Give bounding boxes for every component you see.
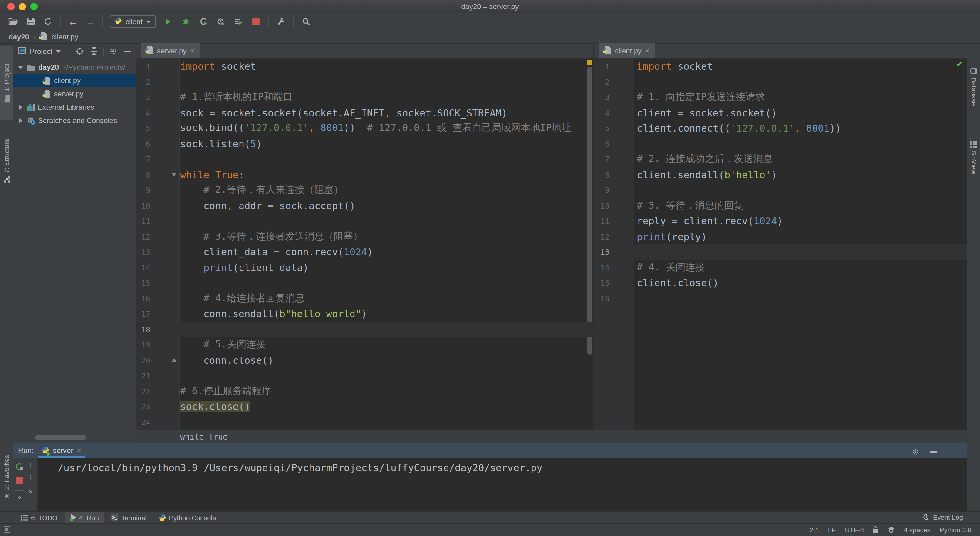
line-number[interactable]: 4 <box>137 108 150 118</box>
code-line-6[interactable]: 6 <box>594 136 967 151</box>
code-line-8[interactable]: 8client.sendall(b'hello') <box>594 167 967 183</box>
code-line-14[interactable]: 14 print(client_data) <box>137 260 593 275</box>
save-all-icon[interactable] <box>25 16 36 27</box>
stripe-button-2-favorites[interactable]: ★2: Favorites <box>0 444 13 511</box>
concurrency-diagram-button[interactable] <box>233 16 244 27</box>
code-line-16[interactable]: 16 # 4.给连接者回复消息 <box>137 291 593 306</box>
code-line-3[interactable]: 3# 1.监听本机的IP和端口 <box>137 90 593 105</box>
code-line-7[interactable]: 7 <box>137 151 593 167</box>
line-number[interactable]: 22 <box>137 387 150 396</box>
file-encoding[interactable]: UTF-8 <box>845 526 864 534</box>
code-line-18[interactable]: 18 <box>137 322 593 337</box>
line-separator[interactable]: LF <box>828 526 836 534</box>
more-actions-icon[interactable]: » <box>17 494 21 501</box>
down-stack-icon[interactable]: ↓ <box>29 472 33 480</box>
line-number[interactable]: 8 <box>137 170 150 180</box>
chevron-collapsed-icon[interactable] <box>17 105 24 110</box>
code-line-11[interactable]: 11 <box>137 213 593 229</box>
tool-window-button-python-console[interactable]: Python Console <box>154 511 221 523</box>
editor-client-py[interactable]: 1import socket23# 1. 向指定IP发送连接请求4client … <box>594 59 967 430</box>
code-line-15[interactable]: 15client.close() <box>594 275 967 291</box>
code-line-12[interactable]: 12print(reply) <box>594 229 967 244</box>
fold-marker-icon[interactable] <box>172 172 177 176</box>
run-settings-gear-icon[interactable] <box>910 446 921 457</box>
tree-item-day20[interactable]: day20~/PycharmProjects/ <box>13 60 136 74</box>
line-number[interactable]: 23 <box>137 402 150 411</box>
chevron-down-icon[interactable] <box>56 50 61 52</box>
horizontal-scrollbar[interactable] <box>35 435 86 440</box>
stop-process-icon[interactable] <box>14 476 25 486</box>
more-actions-icon[interactable]: » <box>29 488 32 495</box>
search-everywhere-icon[interactable] <box>300 16 311 27</box>
code-line-16[interactable]: 16 <box>594 291 967 306</box>
line-number[interactable]: 21 <box>137 371 150 380</box>
line-number[interactable]: 1 <box>594 62 609 71</box>
line-number[interactable]: 14 <box>594 263 609 272</box>
tree-item-client-py[interactable]: client.py <box>13 74 136 87</box>
close-icon[interactable]: × <box>77 447 81 454</box>
code-line-9[interactable]: 9 # 2.等待，有人来连接（阻塞） <box>137 183 593 198</box>
line-number[interactable]: 7 <box>137 155 150 164</box>
indent-setting[interactable]: 4 spaces <box>904 526 931 534</box>
code-line-14[interactable]: 14# 4. 关闭连接 <box>594 260 967 275</box>
code-line-19[interactable]: 19 # 5.关闭连接 <box>137 337 593 353</box>
code-line-17[interactable]: 17 conn.sendall(b"hello world") <box>137 306 593 322</box>
code-line-10[interactable]: 10 conn, addr = sock.accept() <box>137 198 593 213</box>
line-number[interactable]: 6 <box>137 140 150 149</box>
stripe-button-1-project[interactable]: 1: Project <box>0 46 13 120</box>
run-tab-server[interactable]: server × <box>37 443 86 458</box>
stripe-button-7-structure[interactable]: 7: Structure <box>0 124 13 198</box>
line-number[interactable]: 2 <box>594 78 609 87</box>
stop-button[interactable] <box>250 16 261 27</box>
line-number[interactable]: 11 <box>594 217 609 226</box>
code-line-3[interactable]: 3# 1. 向指定IP发送连接请求 <box>594 90 967 105</box>
code-line-9[interactable]: 9 <box>594 183 967 198</box>
code-line-5[interactable]: 5client.connect(('127.0.0.1', 8001)) <box>594 121 967 136</box>
lock-icon[interactable] <box>873 526 879 534</box>
line-number[interactable]: 9 <box>594 186 609 195</box>
code-line-1[interactable]: 1import socket <box>594 59 967 74</box>
code-line-7[interactable]: 7# 2. 连接成功之后，发送消息 <box>594 151 967 167</box>
code-line-5[interactable]: 5sock.bind(('127.0.0.1', 8001)) # 127.0.… <box>137 121 593 136</box>
code-line-2[interactable]: 2 <box>594 74 967 90</box>
code-line-4[interactable]: 4sock = socket.socket(socket.AF_INET, so… <box>137 105 593 121</box>
line-number[interactable]: 9 <box>137 186 150 195</box>
tool-window-button-terminal[interactable]: Terminal <box>106 511 151 523</box>
line-number[interactable]: 8 <box>594 170 609 180</box>
code-line-15[interactable]: 15 <box>137 275 593 291</box>
line-number[interactable]: 5 <box>137 124 150 133</box>
stripe-button-database[interactable]: Database <box>967 54 980 118</box>
code-line-4[interactable]: 4client = socket.socket() <box>594 105 967 121</box>
code-line-20[interactable]: 20 conn.close() <box>137 353 593 368</box>
run-with-coverage-button[interactable] <box>198 16 208 27</box>
hide-run-panel-icon[interactable] <box>928 446 939 457</box>
debug-button[interactable] <box>180 16 191 27</box>
event-log-button[interactable]: Event Log <box>923 511 963 523</box>
line-number[interactable]: 18 <box>137 325 150 334</box>
python-interpreter[interactable]: Python 3.9 <box>940 526 972 534</box>
tree-item-scratches-and-consoles[interactable]: Scratches and Consoles <box>13 114 136 127</box>
code-line-13[interactable]: 13 <box>594 244 967 260</box>
rerun-icon[interactable] <box>14 461 25 472</box>
run-console[interactable]: » ↑ ↓ » /usr/local/bin/python3.9 /Users/… <box>13 458 967 511</box>
run-button[interactable] <box>162 16 173 27</box>
forward-icon[interactable]: → <box>85 16 96 27</box>
line-number[interactable]: 3 <box>137 93 150 102</box>
line-number[interactable]: 13 <box>594 248 609 257</box>
code-line-22[interactable]: 22# 6.停止服务端程序 <box>137 383 593 399</box>
line-number[interactable]: 1 <box>137 62 150 71</box>
line-number[interactable]: 24 <box>137 418 150 427</box>
code-line-6[interactable]: 6sock.listen(5) <box>137 136 593 151</box>
breadcrumb-folder[interactable]: day20 <box>8 32 29 41</box>
tool-window-button-4-run[interactable]: 4: Run <box>65 511 104 523</box>
line-number[interactable]: 10 <box>594 201 609 210</box>
code-line-2[interactable]: 2 <box>137 74 593 90</box>
code-line-23[interactable]: 23sock.close() <box>137 399 593 414</box>
line-number[interactable]: 3 <box>594 93 609 102</box>
close-icon[interactable]: × <box>190 47 194 54</box>
tree-item-server-py[interactable]: server.py <box>13 87 136 101</box>
code-line-21[interactable]: 21 <box>137 368 593 383</box>
tool-window-button-6-todo[interactable]: 6: TODO <box>16 511 62 523</box>
locate-file-icon[interactable] <box>74 46 85 57</box>
code-line-12[interactable]: 12 # 3.等待，连接者发送消息（阻塞） <box>137 229 593 244</box>
